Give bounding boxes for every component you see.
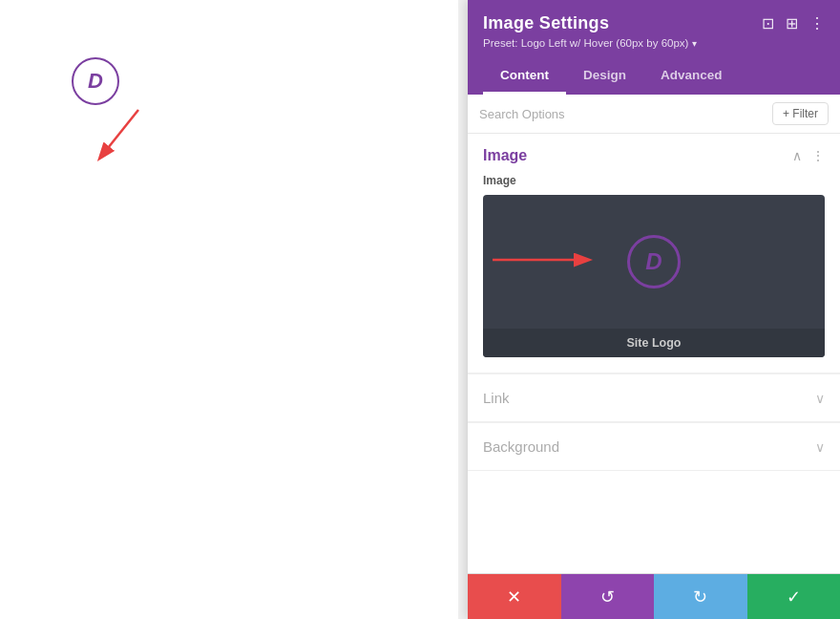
- link-chevron-icon: ∨: [815, 391, 825, 406]
- preset-label: Preset: Logo Left w/ Hover (60px by 60px…: [483, 37, 688, 49]
- cancel-button[interactable]: ✕: [468, 574, 561, 619]
- image-preview-inner: D: [483, 195, 825, 329]
- resize-icon[interactable]: ⊡: [762, 14, 774, 32]
- image-more-icon[interactable]: ⋮: [811, 148, 825, 163]
- confirm-button[interactable]: ✓: [747, 574, 841, 619]
- search-input[interactable]: [479, 107, 772, 121]
- image-collapse-icon[interactable]: ∧: [792, 148, 802, 163]
- tabs-bar: Content Design Advanced: [468, 58, 840, 95]
- redo-button[interactable]: ↻: [654, 574, 747, 619]
- preset-arrow: ▾: [692, 38, 697, 49]
- panel-header-icons: ⊡ ⊞ ⋮: [762, 14, 825, 32]
- divi-letter-left: D: [88, 69, 103, 94]
- image-field-label: Image: [483, 174, 825, 187]
- search-bar: + Filter: [468, 95, 840, 134]
- image-section-controls: ∧ ⋮: [792, 148, 825, 163]
- arrow-preview: [488, 245, 602, 278]
- link-section: Link ∨: [468, 374, 840, 422]
- confirm-icon: ✓: [787, 587, 801, 608]
- undo-icon: ↺: [600, 587, 615, 608]
- background-section-label: Background: [483, 438, 559, 455]
- panel-body[interactable]: Image ∧ ⋮ Image: [468, 134, 840, 573]
- divi-logo-preview: D: [627, 235, 681, 288]
- background-section-row[interactable]: Background ∨: [468, 422, 840, 470]
- undo-button[interactable]: ↺: [561, 574, 655, 619]
- canvas-area: D: [0, 0, 458, 619]
- image-section-header: Image ∧ ⋮: [468, 134, 840, 174]
- cancel-icon: ✕: [507, 587, 521, 608]
- panel-footer: ✕ ↺ ↻ ✓: [468, 573, 840, 619]
- image-caption: Site Logo: [483, 329, 825, 357]
- panel-title: Image Settings: [483, 13, 609, 33]
- filter-label: + Filter: [783, 107, 818, 120]
- panel-header: Image Settings ⊡ ⊞ ⋮ Preset: Logo Left w…: [468, 0, 840, 58]
- background-chevron-icon: ∨: [815, 439, 825, 455]
- svg-line-1: [100, 110, 138, 158]
- link-section-row[interactable]: Link ∨: [468, 374, 840, 421]
- background-section: Background ∨: [468, 422, 840, 471]
- tab-design[interactable]: Design: [566, 58, 643, 95]
- redo-icon: ↻: [693, 587, 707, 608]
- image-section-content: Image: [468, 174, 840, 373]
- panel-preset[interactable]: Preset: Logo Left w/ Hover (60px by 60px…: [483, 37, 825, 49]
- image-preview[interactable]: D Site Logo: [483, 195, 825, 357]
- more-icon-header[interactable]: ⋮: [809, 14, 825, 32]
- tab-advanced[interactable]: Advanced: [643, 58, 740, 95]
- image-section-title: Image: [483, 147, 527, 164]
- arrow-left-canvas: [95, 100, 172, 181]
- grid-icon[interactable]: ⊞: [786, 14, 798, 32]
- divi-logo-left: D: [72, 57, 119, 105]
- filter-button[interactable]: + Filter: [772, 102, 829, 125]
- tab-content[interactable]: Content: [483, 58, 566, 95]
- panel-header-top: Image Settings ⊡ ⊞ ⋮: [483, 13, 825, 33]
- image-section: Image ∧ ⋮ Image: [468, 134, 840, 374]
- link-section-label: Link: [483, 390, 510, 406]
- settings-panel: Image Settings ⊡ ⊞ ⋮ Preset: Logo Left w…: [468, 0, 840, 619]
- divi-letter-preview: D: [645, 248, 662, 275]
